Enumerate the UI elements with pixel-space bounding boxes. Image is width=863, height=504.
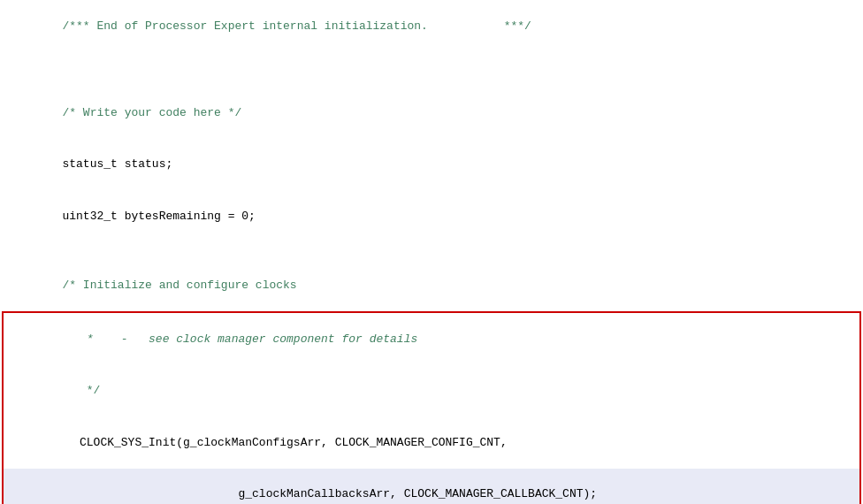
line-1: /*** End of Processor Expert internal in… — [0, 0, 863, 69]
line-5: uint32_t bytesRemaining = 0; — [0, 190, 863, 242]
line-6 — [0, 242, 863, 260]
line-9-text: */ — [80, 384, 100, 397]
line-1-text: /*** End of Processor Expert internal in… — [62, 19, 531, 33]
line-7: /* Initialize and configure clocks — [0, 260, 863, 312]
line-10-text: CLOCK_SYS_Init(g_clockManConfigsArr, CLO… — [80, 436, 508, 449]
code-content: /*** End of Processor Expert internal in… — [0, 0, 863, 504]
line-3-text: /* Write your code here */ — [62, 106, 241, 119]
line-3: /* Write your code here */ — [0, 87, 863, 139]
line-10: CLOCK_SYS_Init(g_clockManConfigsArr, CLO… — [4, 416, 859, 469]
line-11-text: g_clockManCallbacksArr, CLOCK_MANAGER_CA… — [80, 487, 597, 500]
line-11: g_clockManCallbacksArr, CLOCK_MANAGER_CA… — [4, 469, 859, 505]
line-8-text: * - see clock manager component for deta… — [80, 332, 417, 346]
line-5-text: uint32_t bytesRemaining = 0; — [62, 210, 255, 223]
bordered-block: * - see clock manager component for deta… — [2, 311, 861, 504]
code-editor: /*** End of Processor Expert internal in… — [0, 0, 863, 504]
line-8: * - see clock manager component for deta… — [4, 313, 859, 365]
line-7-text: /* Initialize and configure clocks — [62, 279, 296, 292]
line-9: */ — [4, 365, 859, 417]
line-2 — [0, 69, 863, 87]
line-4-text: status_t status; — [62, 157, 172, 171]
line-4: status_t status; — [0, 139, 863, 191]
